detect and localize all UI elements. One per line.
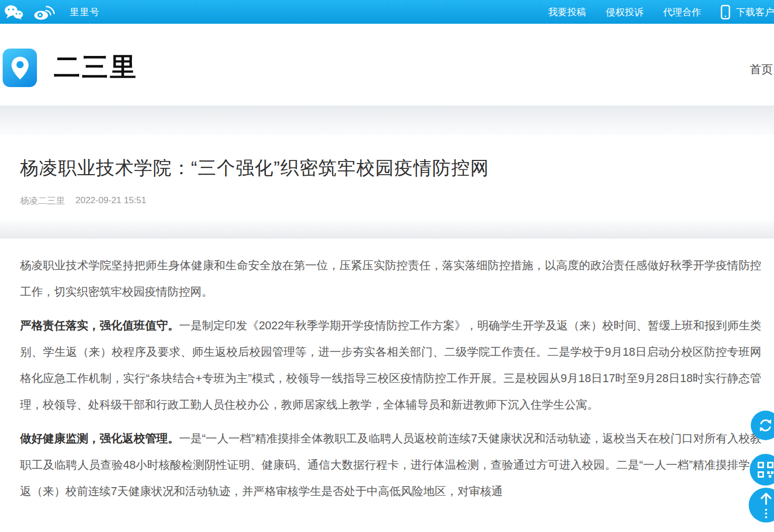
infringement-complaint-link[interactable]: 侵权投诉	[606, 6, 644, 18]
article-title: 杨凌职业技术学院：“三个强化”织密筑牢校园疫情防控网	[20, 156, 753, 180]
topbar-brand-lilihao[interactable]: 里里号	[70, 6, 100, 18]
topbar-right: 我要投稿 侵权投诉 代理合作 下载客户端	[548, 0, 774, 24]
page: 里里号 我要投稿 侵权投诉 代理合作 下载客户端 二三里 首页	[0, 0, 774, 532]
wechat-icon[interactable]	[4, 4, 23, 20]
article-body: 杨凌职业技术学院坚持把师生身体健康和生命安全放在第一位，压紧压实防控责任，落实落…	[0, 239, 774, 505]
article-paragraph: 做好健康监测，强化返校管理。一是“一人一档”精准摸排全体教职工及临聘人员返校前连…	[20, 425, 761, 505]
nav-home[interactable]: 首页	[750, 62, 773, 78]
article-published-time: 2022-09-21 15:51	[75, 195, 146, 206]
site-logo[interactable]	[3, 49, 37, 87]
paragraph-text: 一是制定印发《2022年秋季学期开学疫情防控工作方案》，明确学生开学及返（来）校…	[20, 319, 761, 411]
qrcode-icon	[758, 462, 773, 478]
agency-cooperation-link[interactable]: 代理合作	[663, 6, 701, 18]
topbar-left: 里里号	[4, 0, 100, 24]
divider-band-bottom	[0, 221, 774, 239]
divider-band-top	[0, 106, 774, 135]
phone-icon	[721, 5, 730, 20]
topbar: 里里号 我要投稿 侵权投诉 代理合作 下载客户端	[0, 0, 774, 24]
download-client-label: 下载客户端	[736, 6, 774, 18]
weibo-icon[interactable]	[34, 4, 55, 20]
refresh-icon	[758, 418, 773, 433]
article-author: 杨凌二三里	[20, 195, 65, 207]
article-paragraph: 严格责任落实，强化值班值守。一是制定印发《2022年秋季学期开学疫情防控工作方案…	[20, 312, 761, 418]
paragraph-text: 杨凌职业技术学院坚持把师生身体健康和生命安全放在第一位，压紧压实防控责任，落实落…	[20, 259, 761, 298]
article-paragraph: 杨凌职业技术学院坚持把师生身体健康和生命安全放在第一位，压紧压实防控责任，落实落…	[20, 252, 761, 305]
article-title-block: 杨凌职业技术学院：“三个强化”织密筑牢校园疫情防控网 杨凌二三里 2022-09…	[0, 135, 774, 221]
download-client-link[interactable]: 下载客户端	[721, 5, 774, 20]
site-logo-text[interactable]: 二三里	[54, 54, 138, 80]
back-to-top-icon	[759, 492, 773, 505]
map-pin-icon	[8, 54, 32, 82]
submit-article-link[interactable]: 我要投稿	[548, 6, 586, 18]
paragraph-lead: 做好健康监测，强化返校管理。	[20, 432, 179, 445]
more-dots-icon	[765, 507, 767, 518]
site-header: 二三里 首页	[0, 24, 774, 106]
paragraph-lead: 严格责任落实，强化值班值守。	[20, 319, 179, 332]
article-byline: 杨凌二三里 2022-09-21 15:51	[20, 195, 753, 207]
